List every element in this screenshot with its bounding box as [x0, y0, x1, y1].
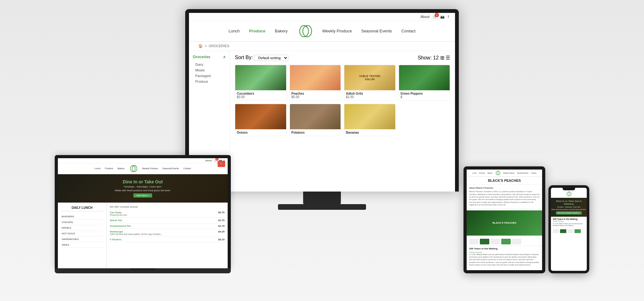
laptop-nav-weekly[interactable]: Weekly Produce: [142, 167, 158, 170]
mobile-logo-bar: [551, 190, 587, 198]
mobile-device: Dine In or Take Out is Delivery Tuesdays…: [548, 185, 589, 273]
laptop-body: [55, 268, 231, 273]
tablet-about-title: About Black's Peaches: [469, 187, 540, 190]
menu-item-can-soda-price: $0.75: [218, 211, 225, 214]
sidebar-item-dairy[interactable]: Dairy: [193, 62, 226, 67]
lunch-cat-hotdogs[interactable]: HOT DOGS: [61, 231, 103, 237]
partner-logo-5: [512, 239, 521, 244]
product-name-peach: Peaches: [291, 92, 339, 95]
menu-item-tenders: 3 Tenders $3.15: [110, 237, 225, 242]
partner-logo-1: [469, 239, 479, 244]
product-info-peach: Peaches $5.00: [290, 90, 341, 100]
menu-item-hamburger-price: $4.25: [218, 230, 225, 233]
nav-item-lunch[interactable]: Lunch: [229, 29, 240, 33]
lunch-cat-sides[interactable]: SIDES: [61, 242, 103, 248]
menu-item-can-soda-name: Can Soda: [110, 211, 127, 214]
lunch-cat-burgers[interactable]: BURGERS: [61, 214, 103, 220]
laptop-main: DAILY LUNCH BURGERS CHICKEN DRINKS HOT D…: [58, 203, 228, 268]
lunch-cat-drinks[interactable]: DRINKS: [61, 225, 103, 231]
instagram-icon[interactable]: 📷: [440, 15, 445, 19]
tablet-nav-contact[interactable]: Contact: [531, 172, 536, 174]
product-card-grits[interactable]: TABLE TESTEDADLUH Adluh Grits $2.50: [344, 65, 396, 101]
product-name-onion: Onions: [237, 131, 285, 134]
product-image-banana: [344, 104, 395, 129]
scene-container: About 🛒 1 📷 f Lunch Produce Bakery: [55, 9, 589, 292]
lunch-cat-sandwiches[interactable]: SANDWICHES: [61, 237, 103, 242]
mobile-hero-btn[interactable]: Pick Up from Black's Peaches >: [556, 211, 582, 215]
lunch-cat-chicken[interactable]: CHICKEN: [61, 220, 103, 225]
tablet-peaches-image: BLACK'S PEACHES: [467, 210, 542, 236]
partner-logo-2: [480, 239, 489, 244]
mobile-partner-logos: [551, 228, 587, 234]
mobile-section-text: In 1725, William Black and his wife Elea…: [553, 223, 585, 227]
desktop-main: Sort By: Default sorting Show: 12 ⊞ ☰: [230, 51, 455, 189]
nav-item-weekly[interactable]: Weekly Produce: [322, 29, 352, 33]
laptop-hero: Dine In or Take Out Tuesdays - Saturdays…: [58, 174, 228, 203]
laptop-screen: About 🛒1 📷 f Lunch Produce Bakery Weekly…: [55, 155, 231, 268]
product-card-potato[interactable]: Potatoes: [290, 104, 341, 136]
grid-view-icon[interactable]: ⊞: [440, 55, 444, 60]
nav-item-seasonal[interactable]: Seasonal Events: [361, 29, 392, 33]
about-link[interactable]: About: [420, 15, 430, 19]
laptop-nav-seasonal[interactable]: Seasonal Events: [163, 167, 179, 170]
product-price-peach: $5.00: [291, 95, 339, 99]
product-grid: Cucumbers $0.50 Peaches $5.00: [235, 65, 450, 136]
tablet-nav-weekly[interactable]: Weekly Produce: [503, 172, 514, 174]
product-card-cucumber[interactable]: Cucumbers $0.50: [235, 65, 286, 101]
product-info-green: Green Peppers $: [399, 90, 450, 100]
laptop-about[interactable]: About: [205, 159, 212, 162]
nav-item-bakery[interactable]: Bakery: [275, 29, 287, 33]
laptop-nav-bakery[interactable]: Bakery: [118, 167, 125, 170]
lunch-sidebar: DAILY LUNCH BURGERS CHICKEN DRINKS HOT D…: [58, 203, 107, 268]
nav-item-produce[interactable]: Produce: [249, 29, 265, 33]
mobile-screen: Dine In or Take Out is Delivery Tuesdays…: [548, 185, 589, 273]
tablet-nav-renewal[interactable]: Renewal Events: [517, 172, 528, 174]
show-label: Show:: [418, 55, 431, 60]
laptop-device: About 🛒1 📷 f Lunch Produce Bakery Weekly…: [55, 155, 231, 273]
curbside-note: We offer curbside pickup!: [110, 205, 225, 208]
tablet-nav-lunch[interactable]: Lunch: [472, 172, 477, 174]
list-view-icon[interactable]: ☰: [446, 55, 450, 60]
sort-row: Sort By: Default sorting Show: 12 ⊞ ☰: [235, 55, 450, 61]
laptop-nav-lunch[interactable]: Lunch: [95, 167, 101, 170]
tablet-about-section: About Black's Peaches Black's Peaches, f…: [467, 185, 542, 209]
tablet-nav-bakery[interactable]: Bakery: [487, 172, 492, 174]
menu-item-hamburger: Hamburger 100% All beef and hand patties…: [110, 229, 225, 237]
cart-icon[interactable]: 🛒 1: [433, 15, 437, 19]
sidebar-item-meats[interactable]: Meats: [193, 67, 226, 73]
facebook-icon[interactable]: f: [448, 15, 449, 19]
laptop-cart-icon[interactable]: 🛒1: [214, 159, 217, 162]
nav-item-contact[interactable]: Contact: [402, 29, 416, 33]
sidebar-item-produce[interactable]: Produce: [193, 79, 226, 84]
product-card-green[interactable]: Green Peppers $: [399, 65, 450, 101]
laptop-hero-subtitle: Tuesdays - Saturdays, 11am-2pm.: [124, 185, 162, 188]
sidebar-toggle[interactable]: ∧: [223, 55, 226, 59]
mobile-notch: [563, 188, 575, 190]
menu-item-tenders-price: $3.15: [218, 238, 225, 241]
product-card-onion[interactable]: Onions: [235, 104, 286, 136]
sidebar-item-packaged[interactable]: Packaged: [193, 73, 226, 79]
tablet-nav-produce[interactable]: Produce: [479, 172, 485, 174]
product-card-peach[interactable]: Peaches $5.00: [290, 65, 341, 101]
product-image-grits: TABLE TESTEDADLUH: [344, 65, 395, 90]
laptop-nav-contact[interactable]: Contact: [183, 167, 191, 170]
product-image-onion: [235, 104, 286, 129]
product-name-green: Green Peppers: [401, 92, 448, 95]
mobile-section-sub: Family Farming: [553, 220, 585, 222]
menu-item-hamburger-area: Hamburger 100% All beef and hand patties…: [110, 230, 162, 235]
product-image-cucumber: [235, 65, 286, 90]
cart-badge: 1: [435, 13, 439, 17]
sort-select[interactable]: Default sorting: [254, 55, 288, 61]
home-icon[interactable]: 🏠: [198, 44, 203, 48]
mobile-hero: Dine In or Take Out is Delivery Tuesdays…: [551, 198, 587, 217]
mobile-section-farming: 300 Years in the Making Family Farming I…: [551, 217, 587, 228]
laptop-nav-produce[interactable]: Produce: [105, 167, 113, 170]
desktop-stand: [303, 192, 341, 204]
tablet-page-title: BLACK'S PEACHES: [467, 177, 542, 185]
laptop-hero-btn[interactable]: View Menu >: [133, 193, 153, 198]
product-card-banana[interactable]: Bananas: [344, 104, 396, 136]
product-info-banana: Bananas: [344, 129, 395, 136]
product-name-cucumber: Cucumbers: [237, 92, 285, 95]
laptop-hero-detail: Made with fresh produce and local grass-…: [115, 189, 170, 192]
menu-item-unsweet-tea: Unsweetened Tea $1.75: [110, 223, 225, 229]
